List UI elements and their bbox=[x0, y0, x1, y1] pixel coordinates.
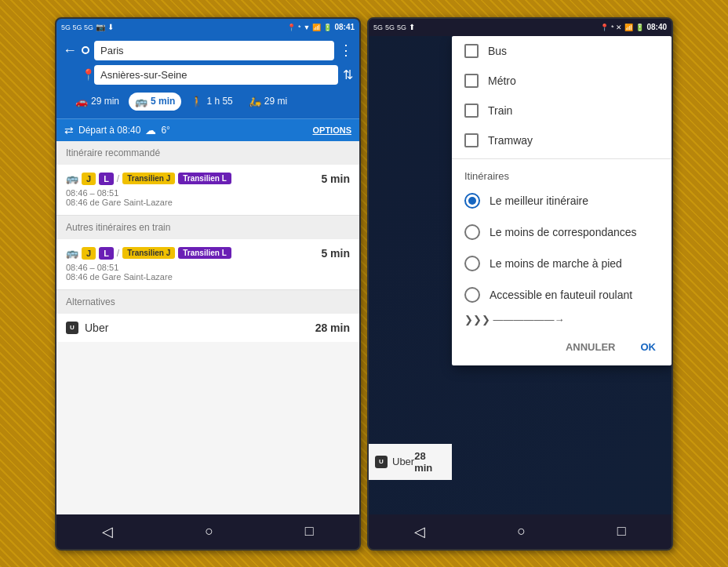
section-recommended: Itinéraire recommandé bbox=[56, 141, 359, 165]
wifi-icon: ▼ bbox=[304, 24, 311, 31]
transport-tabs: 🚗 29 min 🚌 5 min 🚶 1 h 55 🛵 29 mi bbox=[63, 89, 353, 114]
fewer-connections-radio[interactable] bbox=[464, 224, 480, 240]
route-top: 🚌 J L / Transilien J Transilien L 5 min bbox=[66, 173, 350, 185]
download-icon: ⬇ bbox=[107, 23, 114, 31]
bike-icon: 🛵 bbox=[249, 96, 261, 107]
wheelchair-option[interactable]: Accessible en fauteuil roulant bbox=[452, 279, 672, 311]
radio-inner-selected bbox=[468, 197, 476, 205]
options-dialog: Bus Métro Train Tramway bbox=[452, 36, 672, 365]
bg-uber: U Uber bbox=[375, 456, 414, 468]
fewer-connections-option[interactable]: Le moins de correspondances bbox=[452, 216, 672, 248]
pin-icon: 📍 bbox=[82, 68, 89, 81]
bluetooth-icon-r: * bbox=[611, 24, 614, 31]
train-option[interactable]: Train bbox=[452, 96, 672, 125]
route-badges: 🚌 J L / Transilien J Transilien L bbox=[66, 173, 231, 185]
right-phone: 5G 5G 5G ⬆ 📍 * ✕ 📶 🔋 08:40 bbox=[367, 17, 673, 551]
badge-l: L bbox=[99, 173, 114, 185]
options-button[interactable]: OPTIONS bbox=[312, 125, 351, 135]
departure-bar: ⇄ Départ à 08:40 ☁ 6° OPTIONS bbox=[56, 118, 359, 141]
itineraires-title: Itinéraires bbox=[452, 162, 672, 185]
metro-option[interactable]: Métro bbox=[452, 66, 672, 96]
route-duration-2: 5 min bbox=[321, 247, 350, 260]
home-nav-button[interactable]: ○ bbox=[205, 523, 213, 540]
swap-button[interactable]: ⇅ bbox=[343, 67, 353, 82]
right-status-right: 📍 * ✕ 📶 🔋 08:40 bbox=[600, 23, 667, 31]
bike-time: 29 mi bbox=[264, 96, 287, 107]
route-card-recommended[interactable]: 🚌 J L / Transilien J Transilien L 5 min … bbox=[56, 165, 359, 216]
upload-icon: ⬆ bbox=[409, 23, 415, 31]
best-route-radio[interactable] bbox=[464, 193, 480, 209]
wheelchair-radio[interactable] bbox=[464, 287, 480, 303]
less-walking-radio[interactable] bbox=[464, 256, 480, 271]
route-badges-alt: 🚌 J L / Transilien J Transilien L bbox=[66, 247, 231, 260]
tab-transit[interactable]: 🚌 5 min bbox=[129, 93, 181, 111]
no-wifi-icon: ✕ bbox=[616, 24, 622, 31]
bg-uber-text: Uber bbox=[392, 456, 414, 467]
tab-car[interactable]: 🚗 29 min bbox=[69, 93, 126, 111]
route-departure-1: 08:46 de Gare Saint-Lazare bbox=[66, 198, 350, 207]
left-phone: 5G 5G 5G 📷 ⬇ 📍 * ▼ 📶 🔋 08:41 ← Paris bbox=[55, 17, 361, 551]
alternatives-card[interactable]: U Uber 28 min bbox=[56, 314, 359, 342]
route-times-2: 08:46 – 08:51 bbox=[66, 263, 350, 272]
section-others: Autres itinéraires en train bbox=[56, 216, 359, 239]
tab-bike[interactable]: 🛵 29 mi bbox=[242, 93, 293, 111]
departure-swap-icon: ⇄ bbox=[64, 124, 74, 136]
dialog-overlay: Bus Métro Train Tramway bbox=[369, 36, 672, 514]
more-button[interactable]: ⋮ bbox=[339, 42, 353, 59]
bluetooth-icon: * bbox=[298, 24, 301, 31]
back-button[interactable]: ← bbox=[63, 42, 77, 59]
badge-j-alt: J bbox=[82, 247, 96, 260]
tramway-option[interactable]: Tramway bbox=[452, 125, 672, 155]
battery-r: 🔋 bbox=[635, 24, 644, 31]
best-route-option[interactable]: Le meilleur itinéraire bbox=[452, 185, 672, 216]
signal-strength: 📶 bbox=[312, 24, 321, 31]
weather-icon: ☁ bbox=[145, 124, 156, 136]
badge-transilien-j-alt: Transilien J bbox=[122, 247, 175, 259]
origin-row: ← Paris ⋮ bbox=[63, 41, 353, 60]
badge-transilien-l-alt: Transilien L bbox=[178, 247, 231, 259]
battery-icon: 🔋 bbox=[323, 24, 332, 31]
recents-nav-button-r[interactable]: □ bbox=[617, 523, 626, 540]
metro-label: Métro bbox=[488, 75, 516, 87]
destination-row: 📍 Asnières-sur-Seine ⇅ bbox=[63, 65, 353, 85]
bus-checkbox[interactable] bbox=[464, 44, 479, 58]
signal-5g-3: 5G bbox=[397, 24, 406, 31]
dialog-divider bbox=[452, 158, 672, 159]
cancel-button[interactable]: ANNULER bbox=[559, 336, 622, 358]
ok-button[interactable]: OK bbox=[635, 336, 663, 358]
train-checkbox[interactable] bbox=[464, 104, 479, 118]
home-nav-button-r[interactable]: ○ bbox=[517, 523, 526, 540]
origin-input[interactable]: Paris bbox=[94, 41, 334, 60]
wheelchair-label: Accessible en fauteuil roulant bbox=[490, 289, 632, 301]
fewer-connections-label: Le moins de correspondances bbox=[490, 226, 637, 238]
recents-nav-button[interactable]: □ bbox=[305, 523, 314, 540]
best-route-label: Le meilleur itinéraire bbox=[490, 194, 588, 207]
back-nav-button[interactable]: ◁ bbox=[102, 523, 113, 540]
uber-logo: U bbox=[66, 322, 78, 334]
bus-option[interactable]: Bus bbox=[452, 36, 672, 66]
destination-input[interactable]: Asnières-sur-Seine bbox=[94, 65, 338, 85]
metro-checkbox[interactable] bbox=[464, 74, 479, 88]
train-small-icon: 🚌 bbox=[66, 173, 78, 184]
uber-duration: 28 min bbox=[315, 322, 350, 334]
screens-container: 5G 5G 5G 📷 ⬇ 📍 * ▼ 📶 🔋 08:41 ← Paris bbox=[55, 17, 673, 551]
left-content: Itinéraire recommandé 🚌 J L / Transilien… bbox=[56, 141, 359, 514]
route-top-alt: 🚌 J L / Transilien J Transilien L 5 min bbox=[66, 247, 350, 260]
uber-label: Uber bbox=[85, 322, 108, 334]
badge-transilien-l: Transilien L bbox=[178, 173, 231, 184]
right-status-icons: 📍 * ▼ 📶 🔋 08:41 bbox=[287, 23, 355, 31]
arrow-text: ❯❯❯ ——————→ bbox=[464, 314, 565, 325]
departure-text: Départ à 08:40 bbox=[78, 125, 140, 136]
left-nav-bar: ◁ ○ □ bbox=[56, 514, 359, 549]
uber-row: U Uber bbox=[66, 322, 108, 334]
tramway-checkbox[interactable] bbox=[464, 133, 479, 147]
departure-left: ⇄ Départ à 08:40 ☁ 6° bbox=[64, 124, 170, 136]
route-card-alt[interactable]: 🚌 J L / Transilien J Transilien L 5 min … bbox=[56, 239, 359, 290]
bus-icon: 🚌 bbox=[135, 96, 147, 107]
less-walking-option[interactable]: Le moins de marche à pied bbox=[452, 248, 672, 279]
bg-uber-time: 28 min bbox=[414, 450, 446, 474]
time-right: 08:40 bbox=[646, 23, 667, 31]
left-status-bar: 5G 5G 5G 📷 ⬇ 📍 * ▼ 📶 🔋 08:41 bbox=[56, 19, 359, 36]
back-nav-button-r[interactable]: ◁ bbox=[414, 523, 425, 540]
tab-walk[interactable]: 🚶 1 h 55 bbox=[184, 93, 238, 111]
